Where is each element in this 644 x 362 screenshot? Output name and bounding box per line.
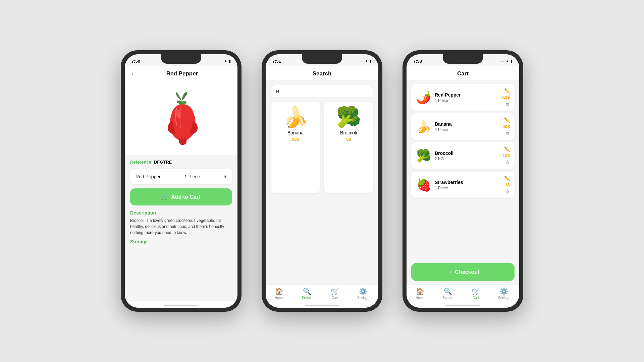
delete-strawberries-icon[interactable]: 🗑 [505,189,510,194]
banana-info: Banana 4 Piece [435,121,499,132]
back-button[interactable]: ← [130,70,137,77]
phone-cart: 7:53 ···· ▲ ▮ Cart 🌶️ Red Pepper 1 [402,50,523,312]
add-to-cart-button[interactable]: 🛒 Add to Cart [130,188,232,205]
strawberries-info: Strawberries 1 Piece [435,180,501,190]
cart-nav-cart-label: Cart [473,296,479,300]
reference-label: Reference: [130,160,153,165]
search-page-title: Search [313,70,332,77]
search-result-broccoli[interactable]: 🥦 Broccoli 5$ [324,102,373,193]
cart-nav-cart-icon: 🛒 [472,287,480,295]
description-section: Description Broccoli is a lovely green c… [130,210,232,244]
selector-quantity: 1 Piece [184,174,200,179]
strawberries-cart-qty: 1 Piece [435,186,501,190]
signal-icon: ···· [359,59,363,63]
home-nav-icon-3: 🏠 [416,287,424,295]
broccoli-name: Broccoli [340,130,357,135]
cart-icon: 🛒 [162,194,168,200]
strawberries-actions: ✏️ 1$ 🗑 [504,176,510,194]
delete-red-pepper-icon[interactable]: 🗑 [505,101,510,107]
bottom-nav-search: 🏠 Home 🔍 Search 🛒 Cart ⚙️ Settings [266,284,378,301]
broccoli-icon: 🥦 [336,107,361,127]
home-icon: 🏠 [275,287,283,295]
settings-icon: ⚙️ [359,287,367,295]
strawberries-cart-icon: 🍓 [416,178,431,192]
storage-label: Storage [130,239,232,244]
signal-icon: ···· [500,59,504,63]
nav-cart-label: Cart [332,296,338,300]
selector-product-name: Red Pepper [136,174,161,179]
wifi-icon: ▲ [224,59,227,63]
wifi-icon: ▲ [365,59,368,63]
strawberries-price: 1$ [505,182,510,187]
delete-banana-icon[interactable]: 🗑 [505,130,510,136]
cart-nav-cart[interactable]: 🛒 Cart [472,287,480,300]
cart-header: Cart [407,66,519,81]
phone-search: 7:51 ···· ▲ ▮ Search 🍌 Banana [262,50,382,312]
description-title: Description [130,210,232,216]
edit-red-pepper-icon[interactable]: ✏️ [504,88,510,94]
status-icons-1: ···· ▲ ▮ [218,59,231,63]
search-nav-icon-3: 🔍 [444,287,452,295]
cart-nav-home[interactable]: 🏠 Home [416,287,425,300]
home-indicator-2 [266,301,378,308]
broccoli-price: 10$ [502,153,510,158]
spacer [266,193,378,284]
red-pepper-actions: ✏️ 0.3$ 🗑 [501,88,510,107]
nav-cart[interactable]: 🛒 Cart [331,287,339,300]
banana-price: 50$ [292,137,299,142]
cart-item-strawberries: 🍓 Strawberries 1 Piece ✏️ 1$ 🗑 [411,172,515,198]
red-pepper-cart-qty: 1 Piece [435,98,498,103]
bottom-nav-cart: 🏠 Home 🔍 Search 🛒 Cart ⚙️ Settings [407,284,519,301]
delete-broccoli-icon[interactable]: 🗑 [505,160,510,165]
reference-value: DFGTRE [154,160,172,165]
nav-search[interactable]: 🔍 Search [302,287,313,300]
status-time-2: 7:51 [272,59,281,64]
battery-icon: ▮ [511,59,513,63]
status-icons-2: ···· ▲ ▮ [359,59,372,63]
broccoli-cart-name: Broccoli [435,150,499,156]
product-header: ← Red Pepper [125,66,237,81]
cart-nav-settings-label: Settings [498,296,510,300]
banana-cart-qty: 4 Piece [435,127,499,132]
status-icons-3: ···· ▲ ▮ [500,59,513,63]
strawberries-cart-name: Strawberries [435,180,501,185]
checkout-label: Checkout [455,269,480,275]
nav-settings[interactable]: ⚙️ Settings [357,287,369,300]
checkout-arrow-icon: → [446,268,452,276]
banana-cart-icon: 🍌 [416,120,431,134]
cart-nav-home-label: Home [416,296,425,300]
red-pepper-price: 0.3$ [501,95,510,100]
home-indicator [125,301,237,308]
search-result-banana[interactable]: 🍌 Banana 50$ [271,102,320,193]
checkout-button[interactable]: → Checkout [411,263,515,281]
search-results-grid: 🍌 Banana 50$ 🥦 Broccoli 5$ [266,102,378,193]
banana-icon: 🍌 [283,107,308,127]
red-pepper-info: Red Pepper 1 Piece [435,92,498,103]
cart-items-list: 🌶️ Red Pepper 1 Piece ✏️ 0.3$ 🗑 🍌 [407,81,519,263]
chevron-down-icon: ▾ [224,173,227,180]
signal-icon: ···· [218,59,222,63]
red-pepper-cart-icon: 🌶️ [416,90,431,105]
search-input[interactable] [271,85,373,98]
product-page-title: Red Pepper [140,70,224,77]
cart-nav-search-label: Search [443,296,453,300]
cart-nav-settings[interactable]: ⚙️ Settings [498,287,510,300]
banana-price: 40$ [502,124,510,129]
cart-item-red-pepper: 🌶️ Red Pepper 1 Piece ✏️ 0.3$ 🗑 [411,84,515,111]
banana-cart-name: Banana [435,121,499,127]
banana-name: Banana [287,130,304,135]
quantity-selector[interactable]: Red Pepper 1 Piece ▾ [130,169,232,184]
cart-nav-icon: 🛒 [331,287,339,295]
settings-nav-icon-3: ⚙️ [500,287,508,295]
edit-broccoli-icon[interactable]: ✏️ [504,146,510,152]
nav-home[interactable]: 🏠 Home [275,287,284,300]
broccoli-info: Broccoli 2 KG [435,150,499,161]
banana-actions: ✏️ 40$ 🗑 [502,117,510,136]
red-pepper-cart-name: Red Pepper [435,92,498,98]
edit-strawberries-icon[interactable]: ✏️ [504,176,510,181]
edit-banana-icon[interactable]: ✏️ [504,117,510,123]
battery-icon: ▮ [370,59,372,63]
broccoli-price: 5$ [346,137,351,142]
home-indicator-3 [407,301,519,308]
cart-nav-search[interactable]: 🔍 Search [443,287,453,300]
